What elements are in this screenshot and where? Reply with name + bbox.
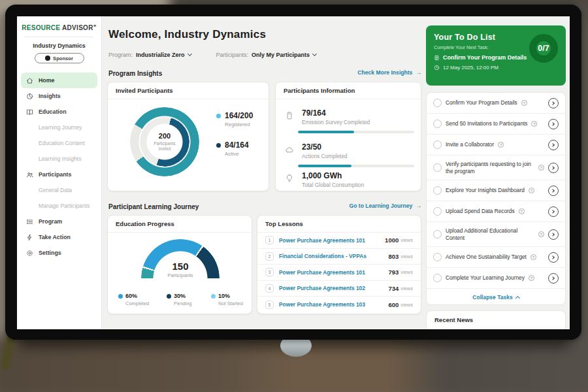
help-icon[interactable] bbox=[519, 208, 525, 214]
checkbox-circle[interactable] bbox=[433, 186, 442, 195]
sidebar-item-label: Education Content bbox=[39, 140, 85, 146]
chevron-right-button[interactable] bbox=[548, 273, 559, 284]
book-icon bbox=[26, 108, 33, 116]
rank-badge: 4 bbox=[265, 284, 274, 293]
sidebar-item-label: General Data bbox=[39, 187, 72, 193]
todo-item[interactable]: Complete Your Learning Journey bbox=[427, 268, 565, 289]
todo-item[interactable]: Send 50 Invitations to Participants bbox=[427, 114, 565, 135]
todo-item[interactable]: Upload Additional Educational Content bbox=[427, 222, 565, 247]
survey-icon bbox=[285, 111, 294, 120]
sidebar-item-learning-journey[interactable]: Learning Journey bbox=[17, 120, 101, 135]
active-dot-icon bbox=[216, 143, 221, 148]
checkbox-circle[interactable] bbox=[433, 274, 442, 282]
help-icon[interactable] bbox=[531, 121, 537, 127]
education-gauge-chart: 150 Participants bbox=[141, 239, 220, 278]
chevron-right-button[interactable] bbox=[548, 119, 559, 129]
collapse-tasks-link[interactable]: Collapse Tasks bbox=[427, 289, 565, 305]
help-icon[interactable] bbox=[531, 254, 536, 260]
todo-list: Confirm Your Program Details Send 50 Inv… bbox=[426, 92, 566, 305]
sidebar-item-education[interactable]: Education bbox=[21, 104, 97, 120]
collapse-tasks-label: Collapse Tasks bbox=[472, 294, 512, 301]
filter-bar: Program: Industrialize Zero Participants… bbox=[108, 52, 316, 58]
todo-item[interactable]: Explore Your Insights Dashboard bbox=[427, 180, 565, 201]
todo-item[interactable]: Confirm Your Program Details bbox=[427, 93, 565, 114]
people-icon bbox=[26, 171, 33, 178]
legend-not-started: 10% Not Started bbox=[211, 293, 243, 306]
todo-item[interactable]: Achieve One Sustainability Target bbox=[427, 247, 565, 268]
lesson-link[interactable]: Power Purchase Agreements 101 bbox=[279, 269, 365, 276]
todo-item-label: Confirm Your Program Details bbox=[446, 99, 517, 106]
legend-pct: 60% bbox=[125, 293, 137, 299]
sidebar-nav: Home Insights Education Learning Journey… bbox=[17, 73, 101, 261]
legend-pct: 30% bbox=[174, 293, 186, 299]
sidebar-item-program[interactable]: Program bbox=[21, 214, 97, 229]
views-count: 600 bbox=[388, 301, 399, 308]
help-icon[interactable] bbox=[498, 142, 504, 148]
sidebar-item-insights[interactable]: Insights bbox=[21, 88, 97, 104]
info-value: 79/164 bbox=[302, 108, 413, 118]
check-more-insights-link[interactable]: Check More Insights bbox=[357, 69, 421, 76]
chevron-right-button[interactable] bbox=[548, 140, 559, 150]
help-icon[interactable] bbox=[538, 231, 544, 237]
lesson-link[interactable]: Power Purchase Agreements 101 bbox=[279, 237, 365, 244]
info-label: Emission Survey Completed bbox=[302, 119, 413, 125]
help-icon[interactable] bbox=[529, 188, 534, 193]
help-icon[interactable] bbox=[521, 100, 527, 106]
todo-item-label: Explore Your Insights Dashboard bbox=[446, 187, 525, 193]
lesson-link[interactable]: Power Purchase Agreements 102 bbox=[279, 285, 365, 291]
sidebar-item-label: Insights bbox=[39, 93, 61, 99]
program-dropdown[interactable]: Program: Industrialize Zero bbox=[108, 52, 191, 58]
chevron-right-button[interactable] bbox=[548, 186, 559, 196]
registered-value: 164/200 bbox=[225, 111, 253, 120]
sidebar-item-manage-participants[interactable]: Manage Participants bbox=[17, 198, 101, 214]
rank-badge: 5 bbox=[265, 301, 274, 309]
sidebar-item-label: Learning Insights bbox=[39, 155, 81, 162]
checkbox-circle[interactable] bbox=[433, 120, 442, 128]
checkbox-circle[interactable] bbox=[433, 99, 442, 107]
help-icon[interactable] bbox=[538, 165, 544, 171]
todo-item[interactable]: Verify participants requesting to join t… bbox=[427, 155, 565, 180]
chevron-right-button[interactable] bbox=[548, 163, 559, 173]
todo-item-label: Achieve One Sustainability Target bbox=[446, 253, 527, 260]
lesson-row: 1 Power Purchase Agreements 101 1000 vie… bbox=[257, 233, 421, 249]
legend-registered: 164/200 Registered bbox=[216, 111, 253, 127]
logo-advisor: ADVISOR bbox=[62, 24, 93, 31]
chevron-right-button[interactable] bbox=[548, 206, 559, 217]
sidebar-item-education-content[interactable]: Education Content bbox=[17, 135, 101, 151]
lesson-row: 5 Power Purchase Agreements 103 600 view… bbox=[257, 297, 421, 313]
lesson-link[interactable]: Power Purchase Agreements 103 bbox=[279, 301, 365, 308]
sidebar-item-settings[interactable]: Settings bbox=[21, 245, 97, 261]
chevron-up-icon bbox=[515, 296, 520, 301]
sidebar-item-take-action[interactable]: Take Action bbox=[21, 229, 97, 245]
lesson-link[interactable]: Financial Considerations - VPPAs bbox=[279, 253, 367, 259]
registered-label: Registered bbox=[225, 122, 253, 127]
views-label: views bbox=[400, 269, 413, 275]
actions-progress-bar bbox=[298, 165, 414, 167]
todo-item[interactable]: Invite a Collaborator bbox=[427, 135, 565, 155]
chevron-down-icon bbox=[187, 52, 191, 56]
sidebar-item-label: Learning Journey bbox=[39, 124, 82, 131]
todo-next-task: Confirm Your Program Details bbox=[443, 54, 527, 61]
info-row-actions: 23/50 Actions Completed bbox=[284, 142, 413, 167]
checkbox-circle[interactable] bbox=[433, 207, 442, 216]
chevron-right-button[interactable] bbox=[548, 252, 559, 263]
views-count: 803 bbox=[388, 253, 399, 260]
todo-item[interactable]: Upload Spend Data Records bbox=[427, 201, 565, 222]
sidebar-item-home[interactable]: Home bbox=[21, 73, 97, 88]
sponsor-badge: Sponsor bbox=[35, 53, 84, 63]
sidebar-item-participants[interactable]: Participants bbox=[21, 167, 97, 182]
help-icon[interactable] bbox=[529, 275, 534, 281]
sidebar-item-general-data[interactable]: General Data bbox=[17, 182, 101, 198]
chevron-right-button[interactable] bbox=[548, 98, 559, 108]
home-icon bbox=[26, 77, 33, 84]
checkbox-circle[interactable] bbox=[433, 230, 442, 238]
go-to-learning-journey-link[interactable]: Go to Learning Journey bbox=[349, 203, 421, 209]
sidebar-item-learning-insights[interactable]: Learning Insights bbox=[17, 151, 101, 167]
info-row-survey: 79/164 Emission Survey Completed bbox=[284, 108, 413, 133]
checkbox-circle[interactable] bbox=[433, 253, 442, 261]
checkbox-circle[interactable] bbox=[433, 140, 442, 149]
participants-dropdown[interactable]: Participants: Only My Participants bbox=[216, 52, 317, 58]
legend-completed: 60% Completed bbox=[118, 293, 149, 306]
chevron-right-button[interactable] bbox=[548, 229, 559, 240]
checkbox-circle[interactable] bbox=[433, 163, 442, 172]
